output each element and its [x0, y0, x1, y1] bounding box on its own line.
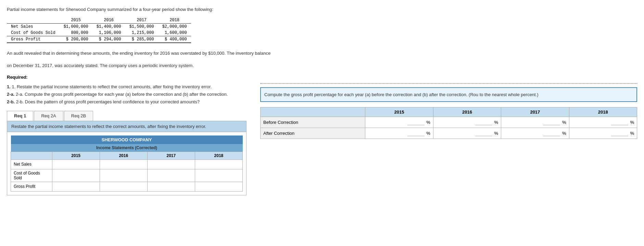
- header-2017: 2017: [125, 17, 158, 24]
- corrected-net-sales-2018-cell[interactable]: [195, 159, 242, 169]
- before-correction-2015-input[interactable]: [407, 120, 425, 125]
- gp-header-2018: 2018: [569, 107, 637, 117]
- before-correction-2017-cell[interactable]: %: [501, 117, 569, 128]
- corrected-net-sales-2017-cell[interactable]: [147, 159, 195, 169]
- corrected-year-2017: 2017: [147, 152, 195, 159]
- after-correction-2017-cell[interactable]: %: [501, 128, 569, 139]
- instruction-1: 1. 1. Restate the partial income stateme…: [7, 83, 247, 91]
- corrected-net-sales-2016-cell[interactable]: [100, 159, 147, 169]
- net-sales-2017: $1,500,000: [125, 24, 158, 30]
- tab-req2b[interactable]: Req 2B: [64, 111, 93, 121]
- cogs-2016: 1,106,000: [92, 30, 125, 36]
- corrected-cogs-2017-input[interactable]: [150, 173, 192, 178]
- net-sales-2016: $1,400,000: [92, 24, 125, 30]
- audit-paragraph-line1: An audit revealed that in determining th…: [7, 50, 637, 57]
- corrected-gross-profit-2016-cell[interactable]: [100, 182, 147, 191]
- cogs-label: Cost of Goods Sold: [7, 30, 60, 36]
- after-correction-2018-cell[interactable]: %: [569, 128, 637, 139]
- after-correction-2016-input[interactable]: [475, 131, 492, 136]
- cogs-2018: 1,600,000: [158, 30, 191, 36]
- corrected-gross-profit-2018-cell[interactable]: [195, 182, 242, 191]
- corrected-gross-profit-2016-input[interactable]: [103, 184, 144, 189]
- after-correction-label: After Correction: [261, 128, 365, 139]
- gross-profit-2015: $ 200,000: [60, 36, 92, 43]
- corrected-income-statement: SHERWOOD COMPANY Income Statements (Corr…: [11, 135, 243, 192]
- before-correction-2018-pct: %: [630, 120, 634, 125]
- corrected-cogs-2016-cell[interactable]: [100, 169, 147, 182]
- gross-profit-label: Gross Profit: [7, 36, 60, 43]
- net-sales-2018: $2,000,000: [158, 24, 191, 30]
- tab-req2a[interactable]: Req 2A: [34, 111, 63, 121]
- corrected-cogs-2017-cell[interactable]: [147, 169, 195, 182]
- company-name-header: SHERWOOD COMPANY: [11, 135, 243, 144]
- cogs-2015: 800,000: [60, 30, 92, 36]
- audit-paragraph-line2: on December 31, 2017, was accurately sta…: [7, 62, 637, 69]
- after-correction-2015-pct: %: [426, 131, 430, 136]
- header-2016: 2016: [92, 17, 125, 24]
- financial-summary-table: 2015 2016 2017 2018 Net Sales $1,000,000…: [7, 17, 191, 43]
- before-correction-2018-input[interactable]: [611, 120, 628, 125]
- dotted-divider: [260, 83, 637, 84]
- corrected-gross-profit-2017-input[interactable]: [150, 184, 192, 189]
- before-correction-2016-input[interactable]: [475, 120, 492, 125]
- after-correction-2015-input[interactable]: [407, 131, 425, 136]
- after-correction-2017-input[interactable]: [543, 131, 560, 136]
- cogs-2017: 1,215,000: [125, 30, 158, 36]
- before-correction-2018-cell[interactable]: %: [569, 117, 637, 128]
- income-statement-subheader: Income Statements (Corrected): [11, 144, 243, 152]
- gross-profit-2017: $ 285,000: [125, 36, 158, 43]
- corrected-blank-header: [11, 152, 52, 159]
- tab-req1[interactable]: Req 1: [7, 111, 33, 121]
- corrected-net-sales-2018-input[interactable]: [198, 162, 240, 167]
- after-correction-2018-input[interactable]: [611, 131, 628, 136]
- corrected-year-2015: 2015: [52, 152, 100, 159]
- gp-header-2015: 2015: [365, 107, 433, 117]
- before-correction-label: Before Correction: [261, 117, 365, 128]
- corrected-cogs-2015-cell[interactable]: [52, 169, 100, 182]
- main-content: 1. 1. Restate the partial income stateme…: [7, 83, 637, 195]
- corrected-net-sales-2017-input[interactable]: [150, 162, 192, 167]
- before-correction-2017-input[interactable]: [543, 120, 560, 125]
- required-label: Required:: [7, 75, 637, 80]
- corrected-cogs-2016-input[interactable]: [103, 173, 144, 178]
- restate-header: Restate the partial income statements to…: [7, 121, 246, 132]
- instruction-2b: 2-b. 2-b. Does the pattern of gross prof…: [7, 98, 247, 106]
- right-panel: Compute the gross profit percentage for …: [260, 83, 637, 139]
- corrected-net-sales-2015-cell[interactable]: [52, 159, 100, 169]
- corrected-cogs-2018-input[interactable]: [198, 173, 240, 178]
- corrected-gross-profit-2015-input[interactable]: [55, 184, 97, 189]
- corrected-net-sales-2016-input[interactable]: [103, 162, 144, 167]
- corrected-gross-profit-2017-cell[interactable]: [147, 182, 195, 191]
- corrected-net-sales-label: Net Sales: [11, 159, 52, 169]
- corrected-gross-profit-label: Gross Profit: [11, 182, 52, 191]
- corrected-net-sales-2015-input[interactable]: [55, 162, 97, 167]
- gp-blank-header: [261, 107, 365, 117]
- corrected-cogs-2018-cell[interactable]: [195, 169, 242, 182]
- corrected-gross-profit-2018-input[interactable]: [198, 184, 240, 189]
- before-correction-2016-cell[interactable]: %: [433, 117, 501, 128]
- corrected-year-2018: 2018: [195, 152, 242, 159]
- header-2018: 2018: [158, 17, 191, 24]
- gross-profit-percentage-table: 2015 2016 2017 2018 Before Correction % …: [260, 107, 637, 139]
- after-correction-2015-cell[interactable]: %: [365, 128, 433, 139]
- gross-profit-2018: $ 400,000: [158, 36, 191, 43]
- after-correction-2017-pct: %: [562, 131, 566, 136]
- header-blank: [7, 17, 60, 24]
- tabs-container: Req 1 Req 2A Req 2B: [7, 111, 247, 121]
- corrected-gross-profit-2015-cell[interactable]: [52, 182, 100, 191]
- after-correction-2016-pct: %: [494, 131, 498, 136]
- after-correction-2016-cell[interactable]: %: [433, 128, 501, 139]
- instructions-text: 1. 1. Restate the partial income stateme…: [7, 83, 247, 106]
- gp-header-2016: 2016: [433, 107, 501, 117]
- after-correction-2018-pct: %: [630, 131, 634, 136]
- corrected-cogs-2015-input[interactable]: [55, 173, 97, 178]
- corrected-cogs-label: Cost of Goods Sold: [11, 169, 52, 182]
- before-correction-2015-pct: %: [426, 120, 430, 125]
- net-sales-label: Net Sales: [7, 24, 60, 30]
- net-sales-2015: $1,000,000: [60, 24, 92, 30]
- instruction-2a: 2-a. 2-a. Compute the gross profit perce…: [7, 91, 247, 98]
- corrected-year-2016: 2016: [100, 152, 147, 159]
- before-correction-2015-cell[interactable]: %: [365, 117, 433, 128]
- restate-section: Restate the partial income statements to…: [7, 121, 247, 195]
- left-panel: 1. 1. Restate the partial income stateme…: [7, 83, 247, 195]
